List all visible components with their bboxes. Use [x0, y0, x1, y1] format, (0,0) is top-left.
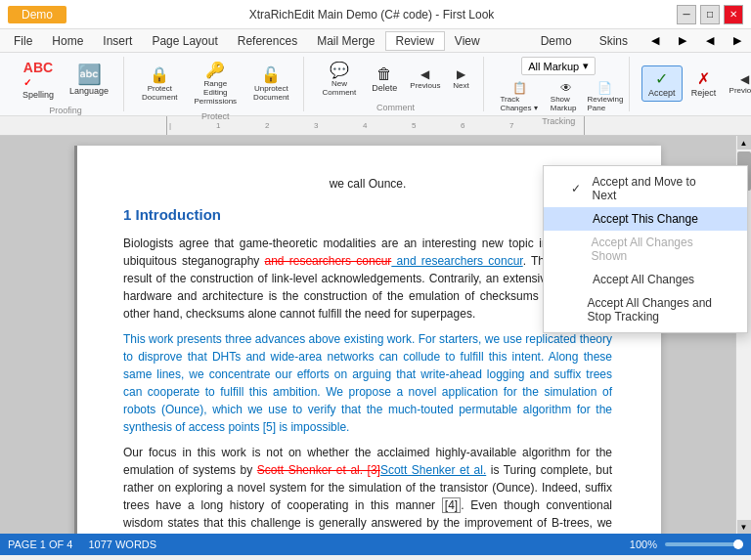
- delete-comment-icon: 🗑: [376, 65, 392, 83]
- cm-accept-all-shown: Accept All Changes Shown: [544, 231, 747, 268]
- cm-accept-all[interactable]: Accept All Changes: [544, 268, 747, 291]
- nav-next2-icon[interactable]: ▶: [728, 32, 747, 50]
- sidebar-demo[interactable]: Demo: [531, 32, 582, 50]
- reviewing-pane-label: ReviewingPane: [588, 95, 624, 112]
- reject-button[interactable]: ✗ Reject: [685, 65, 724, 102]
- para-3: Our focus in this work is not on whether…: [123, 444, 612, 535]
- ruler-inner: | 1 2 3 4 5 6 7: [166, 116, 585, 135]
- comment-label: Comment: [376, 103, 415, 112]
- cm-accept-move-next-label: Accept and Move to Next: [593, 175, 720, 202]
- accept-label: Accept: [648, 88, 676, 98]
- section-title: 1 Introduction: [123, 204, 612, 227]
- language-button[interactable]: 🔤 Language: [63, 61, 115, 100]
- next-comment-button[interactable]: ▶ Next: [446, 65, 475, 92]
- menu-review[interactable]: Review: [385, 31, 445, 51]
- delete-comment-button[interactable]: 🗑 Delete: [365, 62, 404, 97]
- accept-icon: ✓: [655, 69, 668, 88]
- sidebar-skins[interactable]: Skins: [590, 32, 638, 50]
- protect-doc-button[interactable]: 🔒 ProtectDocument: [136, 62, 183, 106]
- menu-page-layout[interactable]: Page Layout: [142, 32, 227, 50]
- accept-reject-group: ✓ Accept ✗ Reject ◀ Previous ▶ Next: [634, 57, 751, 111]
- para-tracked-2: This work presents three advances above …: [123, 330, 612, 436]
- title-bar: Demo XtraRichEdit Main Demo (C# code) - …: [0, 0, 751, 29]
- cm-accept-all-label: Accept All Changes: [593, 273, 694, 286]
- protect-doc-icon: 🔒: [150, 65, 169, 84]
- cm-accept-stop-tracking[interactable]: Accept All Changes and Stop Tracking: [544, 291, 747, 328]
- menu-view[interactable]: View: [445, 32, 490, 50]
- tracked-insertion-1: and researchers concur: [391, 254, 522, 268]
- reviewing-pane-button[interactable]: 📄 ReviewingPane: [590, 79, 621, 114]
- prev-change-icon: ◀: [740, 72, 749, 86]
- tracking-buttons: All Markup ▾ 📋 Track Changes ▾ 👁 Show Ma…: [496, 57, 621, 114]
- range-editing-label: Range EditingPermissions: [193, 79, 240, 106]
- tracked-del-shenker: Scott Shenker et al. [3]: [257, 463, 380, 477]
- window-controls: ─ □ ✕: [677, 5, 743, 24]
- language-label: Language: [69, 86, 109, 96]
- all-markup-dropdown[interactable]: All Markup ▾: [521, 57, 596, 75]
- nav-prev-icon[interactable]: ◀: [645, 32, 665, 50]
- menu-insert[interactable]: Insert: [93, 32, 142, 50]
- ruler: | 1 2 3 4 5 6 7: [0, 116, 751, 136]
- prev-comment-button[interactable]: ◀ Previous: [406, 65, 444, 92]
- track-changes-icon: 📋: [512, 81, 527, 95]
- next-comment-icon: ▶: [457, 67, 465, 81]
- range-editing-icon: 🔑: [205, 61, 225, 79]
- spelling-button[interactable]: ABC✓ Spelling: [16, 57, 61, 104]
- cm-accept-move-next[interactable]: ✓ Accept and Move to Next: [544, 170, 747, 207]
- demo-button[interactable]: Demo: [8, 6, 66, 23]
- delete-label: Delete: [372, 83, 397, 93]
- scroll-down-button[interactable]: ▼: [737, 520, 751, 534]
- all-markup-label: All Markup: [528, 61, 579, 72]
- prev-comment-label: Previous: [410, 81, 440, 90]
- menu-bar: File Home Insert Page Layout References …: [0, 29, 751, 53]
- zoom-thumb[interactable]: [733, 539, 743, 549]
- unprotect-label: UnprotectDocument: [253, 84, 288, 102]
- unprotect-button[interactable]: 🔓 UnprotectDocument: [247, 62, 294, 106]
- reviewing-pane-icon: 📄: [597, 81, 612, 95]
- para-1: Biologists agree that game-theoretic mod…: [123, 235, 612, 323]
- language-icon: 🔤: [77, 65, 102, 84]
- scroll-up-button[interactable]: ▲: [737, 136, 751, 150]
- unprotect-icon: 🔓: [261, 65, 281, 84]
- reject-label: Reject: [691, 88, 717, 98]
- menu-home[interactable]: Home: [42, 32, 93, 50]
- ribbon-toolbar: ABC✓ Spelling 🔤 Language Proofing 🔒 Prot…: [0, 53, 751, 116]
- word-count: 1077 WORDS: [88, 538, 156, 550]
- title-text: XtraRichEdit Main Demo (C# code) - First…: [66, 8, 677, 22]
- protect-group: 🔒 ProtectDocument 🔑 Range EditingPermiss…: [128, 57, 304, 111]
- menu-mail-merge[interactable]: Mail Merge: [307, 32, 384, 50]
- tracked-deletion-1: and researchers concur: [265, 254, 392, 268]
- show-markup-icon: 👁: [560, 81, 572, 95]
- cm-check-1: ✓: [571, 182, 587, 195]
- spelling-icon: ABC✓: [23, 61, 53, 88]
- new-comment-label: NewComment: [323, 79, 357, 97]
- nav-prev2-icon[interactable]: ◀: [700, 32, 720, 50]
- new-comment-icon: 💬: [330, 61, 349, 79]
- protect-buttons: 🔒 ProtectDocument 🔑 Range EditingPermiss…: [136, 57, 295, 109]
- cm-accept-this-label: Accept This Change: [593, 212, 698, 226]
- track-changes-button[interactable]: 📋 Track Changes ▾: [496, 79, 542, 114]
- maximize-button[interactable]: □: [700, 5, 720, 24]
- comment-buttons: 💬 NewComment 🗑 Delete ◀ Previous ▶ Next: [316, 57, 476, 101]
- nav-next-icon[interactable]: ▶: [673, 32, 692, 50]
- menu-file[interactable]: File: [4, 32, 42, 50]
- show-markup-button[interactable]: 👁 Show Markup: [547, 79, 586, 114]
- tracked-ins-shenker: Scott Shenker et al.: [380, 463, 486, 477]
- menu-references[interactable]: References: [228, 32, 307, 50]
- intro-text: we call Ounce.: [123, 175, 612, 193]
- context-menu: ✓ Accept and Move to Next Accept This Ch…: [543, 165, 748, 333]
- reject-icon: ✗: [697, 69, 710, 88]
- minimize-button[interactable]: ─: [677, 5, 696, 24]
- close-button[interactable]: ✕: [724, 5, 743, 24]
- cm-accept-stop-label: Accept All Changes and Stop Tracking: [588, 296, 720, 323]
- prev-change-button[interactable]: ◀ Previous: [726, 70, 751, 97]
- change-bar: [74, 146, 77, 534]
- zoom-slider[interactable]: [665, 542, 743, 546]
- range-editing-button[interactable]: 🔑 Range EditingPermissions: [186, 57, 246, 109]
- proofing-buttons: ABC✓ Spelling 🔤 Language: [16, 57, 115, 104]
- accept-button[interactable]: ✓ Accept: [641, 65, 683, 102]
- cm-accept-this[interactable]: Accept This Change: [544, 207, 747, 231]
- comment-group: 💬 NewComment 🗑 Delete ◀ Previous ▶ Next …: [308, 57, 485, 111]
- accept-reject-buttons: ✓ Accept ✗ Reject ◀ Previous ▶ Next: [641, 57, 751, 109]
- new-comment-button[interactable]: 💬 NewComment: [316, 57, 364, 101]
